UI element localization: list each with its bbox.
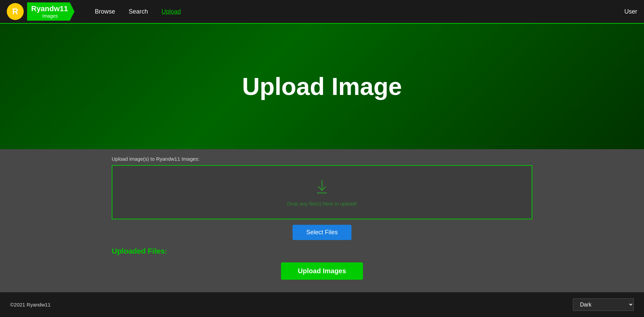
select-files-button[interactable]: Select Files [293,225,351,240]
select-files-row: Select Files [112,225,532,247]
nav-link-search[interactable]: Search [129,8,148,15]
page-title: Upload Image [242,73,402,100]
drop-zone[interactable]: Drop any file(s) here to upload! [112,165,532,219]
nav-link-browse[interactable]: Browse [95,8,115,15]
nav-links: Browse Search Upload [95,8,181,15]
hero-section: Upload Image [0,24,644,149]
upload-section-label: Upload image(s) to Ryandw11 Images: [112,156,199,162]
upload-images-button[interactable]: Upload Images [281,262,363,280]
upload-images-row: Upload Images [112,262,532,280]
theme-select[interactable]: Dark Light [573,298,634,311]
logo-area: R Ryandw11 Images [7,2,74,21]
uploaded-files-label: Uploaded Files: [112,247,167,256]
download-icon [314,178,330,197]
nav-link-upload[interactable]: Upload [162,8,181,15]
footer: ©2021 Ryandw11 Dark Light [0,292,644,317]
logo-subtitle: Images [31,13,69,19]
main-content: Upload image(s) to Ryandw11 Images: Drop… [0,149,644,292]
nav-user[interactable]: User [624,8,637,15]
logo-circle: R [7,3,24,20]
logo-title: Ryandw11 [31,4,69,13]
navbar: R Ryandw11 Images Browse Search Upload U… [0,0,644,24]
drop-zone-text: Drop any file(s) here to upload! [287,201,357,206]
footer-copyright: ©2021 Ryandw11 [10,302,50,308]
logo-text-block: Ryandw11 Images [27,2,74,21]
